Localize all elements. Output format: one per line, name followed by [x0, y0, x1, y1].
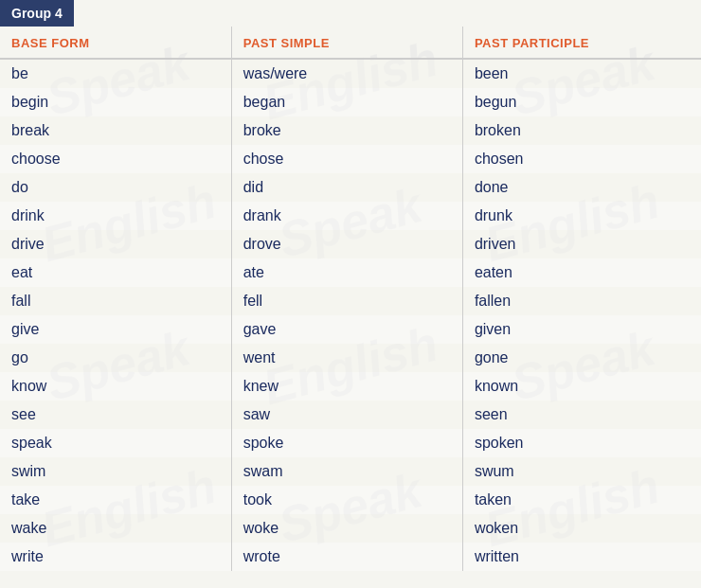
cell-past-simple: was/were: [231, 59, 462, 88]
cell-past-participle: taken: [462, 486, 701, 514]
cell-base-form: swim: [0, 457, 231, 486]
cell-base-form: do: [0, 173, 231, 202]
cell-past-participle: gone: [462, 344, 701, 372]
cell-past-simple: swam: [231, 457, 462, 486]
irregular-verbs-table: BASE FORM PAST SIMPLE PAST PARTICIPLE be…: [0, 27, 701, 571]
cell-base-form: take: [0, 486, 231, 514]
cell-base-form: wake: [0, 514, 231, 543]
cell-base-form: fall: [0, 287, 231, 315]
table-row: swimswamswum: [0, 457, 701, 486]
cell-past-participle: fallen: [462, 287, 701, 315]
cell-base-form: give: [0, 315, 231, 344]
cell-past-simple: broke: [231, 116, 462, 145]
table-row: wakewokewoken: [0, 514, 701, 543]
cell-past-participle: woken: [462, 514, 701, 543]
cell-past-participle: begun: [462, 88, 701, 116]
column-header-participle: PAST PARTICIPLE: [462, 27, 701, 59]
cell-past-participle: broken: [462, 116, 701, 145]
cell-base-form: drive: [0, 230, 231, 258]
column-header-base: BASE FORM: [0, 27, 231, 59]
cell-past-simple: saw: [231, 401, 462, 429]
table-row: fallfellfallen: [0, 287, 701, 315]
cell-past-participle: known: [462, 372, 701, 401]
cell-past-participle: written: [462, 543, 701, 571]
cell-past-simple: went: [231, 344, 462, 372]
cell-past-participle: given: [462, 315, 701, 344]
cell-base-form: write: [0, 543, 231, 571]
table-row: beginbeganbegun: [0, 88, 701, 116]
cell-past-simple: fell: [231, 287, 462, 315]
table-row: drivedrovedriven: [0, 230, 701, 258]
cell-past-participle: done: [462, 173, 701, 202]
cell-base-form: break: [0, 116, 231, 145]
cell-past-participle: chosen: [462, 145, 701, 173]
table-row: choosechosechosen: [0, 145, 701, 173]
cell-past-participle: been: [462, 59, 701, 88]
table-header-row: BASE FORM PAST SIMPLE PAST PARTICIPLE: [0, 27, 701, 59]
cell-base-form: begin: [0, 88, 231, 116]
table-row: eatateeaten: [0, 258, 701, 287]
table-row: drinkdrankdrunk: [0, 202, 701, 230]
cell-past-participle: seen: [462, 401, 701, 429]
cell-base-form: be: [0, 59, 231, 88]
table-row: taketooktaken: [0, 486, 701, 514]
cell-past-participle: spoken: [462, 429, 701, 457]
table-row: seesawseen: [0, 401, 701, 429]
group-header: Group 4: [0, 0, 74, 27]
table-row: writewrotewritten: [0, 543, 701, 571]
cell-past-simple: wrote: [231, 543, 462, 571]
cell-past-simple: gave: [231, 315, 462, 344]
cell-past-participle: swum: [462, 457, 701, 486]
table-row: dodiddone: [0, 173, 701, 202]
cell-base-form: see: [0, 401, 231, 429]
cell-base-form: eat: [0, 258, 231, 287]
table-row: bewas/werebeen: [0, 59, 701, 88]
cell-past-simple: drove: [231, 230, 462, 258]
cell-past-simple: spoke: [231, 429, 462, 457]
cell-base-form: choose: [0, 145, 231, 173]
table-row: knowknewknown: [0, 372, 701, 401]
cell-base-form: speak: [0, 429, 231, 457]
table-row: speakspokespoken: [0, 429, 701, 457]
cell-base-form: go: [0, 344, 231, 372]
cell-past-simple: ate: [231, 258, 462, 287]
table-row: givegavegiven: [0, 315, 701, 344]
cell-base-form: know: [0, 372, 231, 401]
cell-past-simple: chose: [231, 145, 462, 173]
cell-past-participle: driven: [462, 230, 701, 258]
cell-past-simple: took: [231, 486, 462, 514]
column-header-past: PAST SIMPLE: [231, 27, 462, 59]
cell-past-simple: knew: [231, 372, 462, 401]
cell-past-participle: eaten: [462, 258, 701, 287]
cell-past-simple: drank: [231, 202, 462, 230]
table-row: gowentgone: [0, 344, 701, 372]
cell-base-form: drink: [0, 202, 231, 230]
table-row: breakbrokebroken: [0, 116, 701, 145]
cell-past-simple: woke: [231, 514, 462, 543]
cell-past-participle: drunk: [462, 202, 701, 230]
cell-past-simple: did: [231, 173, 462, 202]
cell-past-simple: began: [231, 88, 462, 116]
